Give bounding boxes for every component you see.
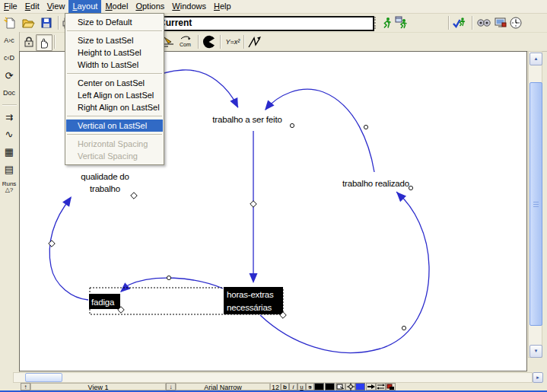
view-name-field[interactable]: View 1 (30, 383, 166, 390)
node-label[interactable]: horas-extras (227, 290, 274, 299)
runs-compare-tool[interactable]: Runs △? (0, 178, 18, 196)
arrow-color-swatch[interactable] (355, 383, 365, 390)
node-label[interactable]: necessárias (227, 303, 272, 312)
scroll-right-button[interactable]: ► (533, 372, 543, 383)
equation-editor-button[interactable]: Y=x² (224, 34, 242, 49)
node-qualidade-do-trabalho[interactable]: qualidade do trabalho (81, 172, 129, 193)
horizontal-scroll-thumb[interactable] (25, 373, 62, 382)
scroll-up-button[interactable]: ▲ (530, 53, 542, 65)
strikethrough-button[interactable]: s (306, 383, 314, 390)
node-label[interactable]: trabalho a ser feito (212, 115, 281, 124)
menu-edit[interactable]: Edit (21, 0, 43, 13)
node-handle[interactable] (409, 186, 412, 190)
menu-item-size-to-default[interactable]: Size to Default (65, 16, 164, 28)
toolbar-separator (243, 35, 245, 49)
menu-item-height-to-lastsel[interactable]: Height to LastSel (65, 46, 164, 59)
open-folder-icon (21, 16, 35, 30)
graph-tool[interactable]: ∿ (0, 126, 18, 143)
output-window-button[interactable] (493, 15, 508, 30)
open-file-button[interactable] (21, 15, 36, 30)
check-runner-icon (452, 16, 467, 30)
menu-item-center-on-lastsel[interactable]: Center on LastSel (65, 77, 164, 89)
arrow-style-button[interactable] (366, 383, 376, 390)
node-label[interactable]: fadiga (91, 298, 115, 307)
uses-tree-tool[interactable]: c‹D (0, 49, 18, 67)
arrow-width-button[interactable] (376, 383, 386, 390)
node-handle[interactable] (290, 123, 294, 127)
arrow-fadiga-to-qualidade[interactable] (49, 198, 88, 300)
vertical-scrollbar[interactable]: ▲ ▼ (528, 51, 542, 358)
table-time-tool[interactable]: ▤ (0, 161, 18, 178)
position-button[interactable] (345, 383, 355, 390)
menu-view[interactable]: View (43, 0, 69, 13)
causes-tree-tool[interactable]: A›c (0, 32, 18, 49)
arrow-handle[interactable] (167, 276, 170, 279)
save-button[interactable] (39, 15, 54, 30)
comment-tool-button[interactable]: Com (177, 34, 196, 49)
check-model-button[interactable] (452, 15, 467, 30)
run-simulation-button[interactable] (379, 15, 394, 30)
comment-arrow-icon: Com (178, 35, 195, 49)
menu-item-horizontal-spacing[interactable]: Horizontal Spacing (65, 138, 164, 150)
loops-icon: ⟳ (5, 71, 14, 81)
menu-item-right-align-on-lastsel[interactable]: Right Align on LastSel (65, 101, 164, 113)
menu-model[interactable]: Model (101, 0, 132, 13)
dataset-field[interactable]: Current (154, 16, 374, 31)
reference-mode-button[interactable] (247, 34, 262, 49)
delete-tool-button[interactable] (202, 34, 217, 49)
menu-options[interactable]: Options (132, 0, 168, 13)
box-color-swatch[interactable] (325, 383, 335, 390)
node-trabalho-a-ser-feito[interactable]: trabalho a ser feito (212, 115, 281, 124)
view-up-button[interactable]: ↑ (21, 383, 30, 390)
text-color-swatch[interactable] (314, 383, 324, 390)
line-width-icon (377, 384, 385, 390)
arrow-handle[interactable] (364, 125, 367, 129)
font-name-field[interactable]: Arial Narrow (176, 383, 270, 390)
move-tool-button[interactable] (36, 34, 52, 51)
polarity-button[interactable] (386, 383, 396, 390)
horizontal-scroll-track[interactable] (13, 372, 533, 383)
menu-windows[interactable]: Windows (168, 0, 210, 13)
bold-button[interactable]: b (281, 383, 289, 390)
loops-tool[interactable]: ⟳ (0, 67, 18, 84)
menu-separator (67, 30, 162, 32)
node-label[interactable]: trabalho realizado (342, 179, 409, 188)
lock-tool-button[interactable] (21, 34, 37, 49)
menu-item-vertical-on-lastsel[interactable]: Vertical on LastSel (66, 120, 163, 132)
menu-file[interactable]: File (0, 0, 21, 13)
arrow-handle[interactable] (402, 326, 405, 330)
menu-item-left-align-on-lastsel[interactable]: Left Align on LastSel (65, 89, 164, 101)
causes-strip-tool[interactable]: ⇉ (0, 108, 18, 126)
new-file-button[interactable] (2, 15, 17, 30)
menu-layout[interactable]: Layout (68, 0, 101, 13)
node-label[interactable]: qualidade do (81, 172, 129, 181)
italic-button[interactable]: i (289, 383, 297, 390)
document-tool[interactable]: Doc (0, 84, 18, 102)
shape-selector-button[interactable] (336, 383, 345, 390)
node-label[interactable]: trabalho (90, 184, 120, 193)
underline-button[interactable]: u (297, 383, 306, 390)
scroll-down-button[interactable]: ▼ (530, 345, 542, 358)
menu-item-size-to-lastsel[interactable]: Size to LastSel (65, 34, 164, 46)
menu-help[interactable]: Help (210, 0, 235, 13)
polarity-icon (386, 384, 395, 390)
horizontal-scrollbar[interactable]: ◄ ► (0, 372, 547, 383)
node-fadiga-selected[interactable]: fadiga (89, 294, 120, 309)
down-arrow-icon: ↓ (170, 384, 173, 390)
node-handle[interactable] (131, 193, 137, 199)
node-horas-extras-selected[interactable]: horas-extras necessárias (224, 287, 283, 314)
time-axis-button[interactable] (508, 15, 523, 30)
menu-item-width-to-lastsel[interactable]: Width to LastSel (65, 59, 164, 71)
arrow-trabalho-realizado-to-trabalho-a-ser-feito[interactable] (266, 89, 374, 172)
scroll-down-icon: ▼ (534, 349, 539, 353)
view-down-button[interactable]: ↓ (166, 383, 176, 390)
run-setup-button[interactable] (394, 15, 409, 30)
menu-item-vertical-spacing[interactable]: Vertical Spacing (65, 150, 164, 162)
model-settings-button[interactable] (476, 15, 491, 30)
arrow-horas-extras-to-fadiga[interactable] (121, 278, 223, 292)
arrow-handle[interactable] (250, 201, 256, 207)
table-tool[interactable]: ▦ (0, 143, 18, 161)
vertical-scroll-thumb[interactable] (530, 82, 542, 326)
font-size-field[interactable]: 12 (270, 383, 281, 390)
node-trabalho-realizado[interactable]: trabalho realizado (342, 179, 409, 188)
